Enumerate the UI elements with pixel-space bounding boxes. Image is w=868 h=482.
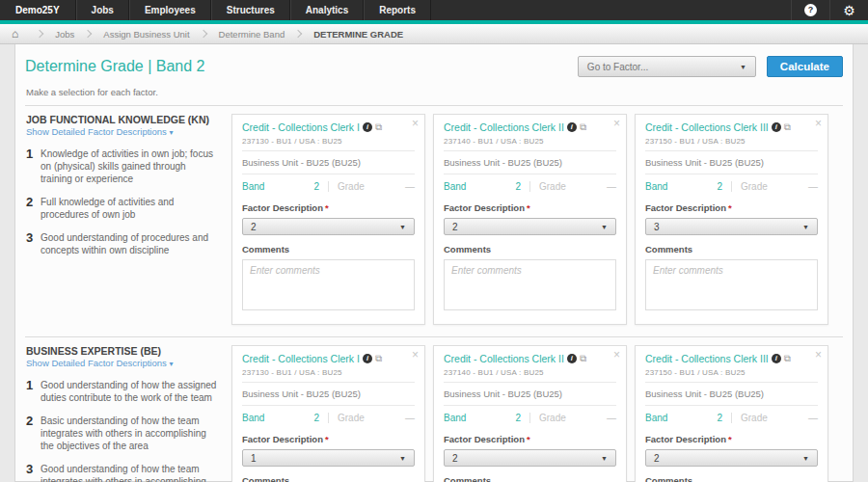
brand-menu[interactable]: Demo25Y [0, 0, 76, 20]
band-label: Band [645, 413, 667, 423]
settings-button[interactable]: ⚙ [829, 0, 868, 20]
home-icon[interactable]: ⌂ [0, 28, 30, 40]
nav-item-employees[interactable]: Employees [129, 0, 211, 20]
job-cards-row: × Credit - Collections Clerk I i ⧉ 23713… [231, 114, 828, 325]
business-unit-text: Business Unit - BU25 (BU25) [242, 151, 415, 174]
band-value: 2 [515, 181, 521, 192]
job-code: 237140 - BU1 / USA : BU25 [444, 364, 616, 383]
show-detailed-descriptions-link[interactable]: Show Detailed Factor Descriptions ▾ [26, 126, 220, 137]
job-title-link[interactable]: Credit - Collections Clerk III [645, 353, 769, 364]
comments-textarea[interactable] [242, 259, 415, 310]
job-card: × Credit - Collections Clerk III i ⧉ 237… [635, 345, 828, 482]
show-detailed-descriptions-label: Show Detailed Factor Descriptions [26, 126, 167, 137]
comments-label: Comments [645, 244, 818, 254]
factor-description-select[interactable]: 2▼ [444, 449, 616, 467]
level-text: Knowledge of activities in own job; focu… [41, 147, 220, 185]
nav-item-jobs[interactable]: Jobs [76, 0, 129, 20]
info-icon[interactable]: i [363, 122, 372, 132]
factor-description-select[interactable]: 2▼ [242, 218, 415, 235]
info-icon[interactable]: i [772, 122, 781, 132]
job-code: 237130 - BU1 / USA : BU25 [242, 364, 415, 383]
factor-heading: JOB FUNCTIONAL KNOWLEDGE (KN) [26, 114, 220, 125]
goto-factor-select[interactable]: Go to Factor... ▼ [578, 56, 756, 77]
band-grade-row: Band2 Grade— [645, 406, 818, 431]
factor-description-label: Factor Description* [444, 202, 616, 213]
job-card: × Credit - Collections Clerk II i ⧉ 2371… [433, 345, 627, 482]
copy-icon[interactable]: ⧉ [375, 122, 382, 132]
band-label: Band [444, 181, 466, 192]
info-icon[interactable]: i [363, 354, 372, 363]
close-icon[interactable]: × [613, 349, 620, 361]
show-detailed-descriptions-link[interactable]: Show Detailed Factor Descriptions ▾ [26, 358, 220, 368]
factor-descriptions-column: BUSINESS EXPERTISE (BE) Show Detailed Fa… [26, 345, 231, 482]
factor-level: 3Good understanding of how the team inte… [26, 463, 220, 482]
info-icon[interactable]: i [772, 354, 781, 363]
gear-icon: ⚙ [843, 4, 855, 17]
grade-value: — [607, 181, 616, 192]
factor-description-select[interactable]: 1▼ [242, 449, 415, 467]
band-value: 2 [717, 413, 722, 423]
close-icon[interactable]: × [613, 118, 620, 129]
required-asterisk: * [527, 202, 530, 213]
chevron-sep-icon [199, 30, 206, 38]
factor-description-label: Factor Description* [645, 202, 818, 213]
required-asterisk: * [728, 434, 732, 444]
factor-description-select[interactable]: 3▼ [645, 218, 818, 235]
section-job-functional-knowledge: JOB FUNCTIONAL KNOWLEDGE (KN) Show Detai… [15, 106, 853, 336]
business-unit-text: Business Unit - BU25 (BU25) [444, 151, 616, 174]
close-icon[interactable]: × [412, 118, 419, 129]
job-code: 237150 - BU1 / USA : BU25 [645, 133, 818, 151]
copy-icon[interactable]: ⧉ [784, 122, 791, 132]
job-title-link[interactable]: Credit - Collections Clerk II [444, 353, 564, 364]
close-icon[interactable]: × [412, 349, 419, 361]
factor-level: 2Full knowledge of activities and proced… [26, 196, 220, 221]
breadcrumb-jobs[interactable]: Jobs [51, 29, 78, 40]
factor-description-value: 1 [251, 453, 257, 464]
job-card: × Credit - Collections Clerk III i ⧉ 237… [635, 114, 828, 325]
page-header: Determine Grade | Band 2 Go to Factor...… [15, 44, 853, 81]
factor-level: 1Good understanding of how the assigned … [26, 379, 220, 404]
comments-label: Comments [444, 475, 616, 482]
band-grade-row: Band2 Grade— [645, 174, 818, 200]
job-code: 237140 - BU1 / USA : BU25 [444, 133, 616, 151]
job-card: × Credit - Collections Clerk II i ⧉ 2371… [433, 114, 627, 325]
chevron-down-icon: ▾ [169, 128, 173, 137]
show-detailed-descriptions-label: Show Detailed Factor Descriptions [26, 358, 167, 368]
breadcrumb-assign-business-unit[interactable]: Assign Business Unit [99, 29, 193, 40]
factor-description-select[interactable]: 2▼ [645, 449, 818, 467]
comments-textarea[interactable] [645, 259, 818, 310]
grade-value: — [808, 181, 818, 192]
job-title-link[interactable]: Credit - Collections Clerk II [444, 121, 564, 133]
job-card: × Credit - Collections Clerk I i ⧉ 23713… [231, 345, 425, 482]
help-button[interactable]: ? [791, 0, 829, 20]
factor-level: 3Good understanding of procedures and co… [26, 231, 220, 256]
job-title-link[interactable]: Credit - Collections Clerk I [242, 353, 360, 364]
nav-item-structures[interactable]: Structures [211, 0, 290, 20]
job-title-link[interactable]: Credit - Collections Clerk I [242, 121, 360, 133]
factor-description-select[interactable]: 2▼ [444, 218, 616, 235]
page-title: Determine Grade | Band 2 [25, 58, 578, 75]
breadcrumb-determine-band[interactable]: Determine Band [215, 29, 289, 40]
level-text: Good understanding of how the team integ… [41, 463, 220, 482]
grade-label: Grade [539, 181, 566, 192]
job-title-link[interactable]: Credit - Collections Clerk III [645, 121, 769, 133]
close-icon[interactable]: × [815, 118, 822, 129]
info-icon[interactable]: i [567, 122, 577, 132]
band-grade-row: Band2 Grade— [242, 406, 415, 431]
nav-item-reports[interactable]: Reports [364, 0, 431, 20]
calculate-button[interactable]: Calculate [767, 56, 843, 77]
copy-icon[interactable]: ⧉ [580, 122, 586, 132]
band-label: Band [242, 413, 264, 423]
goto-factor-value: Go to Factor... [587, 62, 648, 72]
close-icon[interactable]: × [815, 349, 822, 361]
comments-textarea[interactable] [444, 259, 616, 310]
copy-icon[interactable]: ⧉ [375, 354, 382, 363]
factor-description-value: 2 [452, 222, 458, 232]
copy-icon[interactable]: ⧉ [784, 354, 791, 363]
nav-item-analytics[interactable]: Analytics [290, 0, 364, 20]
info-icon[interactable]: i [567, 354, 577, 363]
level-number: 3 [26, 463, 41, 482]
chevron-down-icon: ▼ [740, 64, 746, 70]
band-value: 2 [717, 181, 722, 192]
copy-icon[interactable]: ⧉ [580, 354, 586, 363]
